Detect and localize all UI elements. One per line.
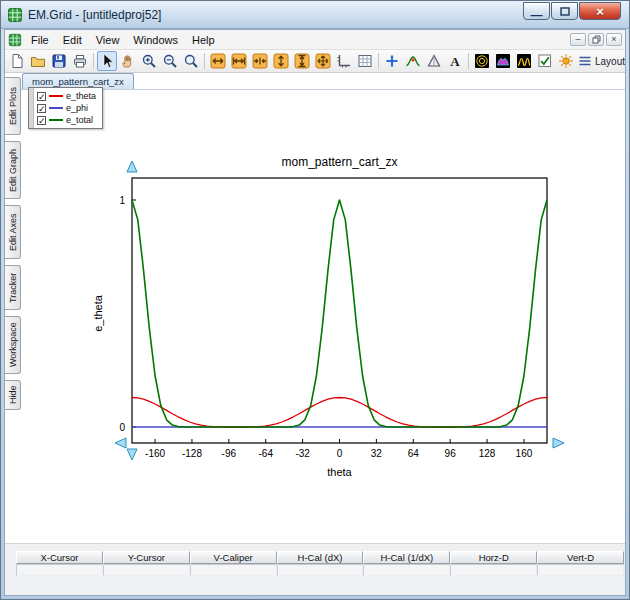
options-icon[interactable]: [556, 51, 576, 71]
sidebar-tab-edit-axes[interactable]: Edit Axes: [5, 205, 21, 259]
select-tool-icon[interactable]: [97, 51, 117, 71]
text-label-icon[interactable]: A: [445, 51, 465, 71]
pan-tool-icon[interactable]: [118, 51, 138, 71]
series-e_theta: [132, 398, 547, 428]
fit-width-icon[interactable]: [208, 51, 228, 71]
save-icon[interactable]: [49, 51, 69, 71]
y-tick-label: 0: [119, 422, 125, 433]
sidebar-tab-tracker[interactable]: Tracker: [5, 265, 21, 310]
grid-icon[interactable]: [355, 51, 375, 71]
menu-windows[interactable]: Windows: [126, 32, 185, 48]
tracker-icon[interactable]: [403, 51, 423, 71]
readout-value: [537, 564, 624, 576]
zoom-in-icon[interactable]: [139, 51, 159, 71]
maximize-icon: [560, 7, 570, 16]
axes-icon[interactable]: [334, 51, 354, 71]
mdi-close-button[interactable]: ×: [606, 33, 622, 46]
close-button[interactable]: ×: [579, 2, 621, 20]
legend-line-sample: [49, 107, 63, 109]
sidebar-tab-workspace[interactable]: Workspace: [5, 316, 21, 374]
readout-value: [103, 564, 190, 576]
shrink-x-icon[interactable]: [250, 51, 270, 71]
menu-file[interactable]: File: [24, 32, 56, 48]
radiation-cart-icon[interactable]: [514, 51, 534, 71]
legend-panel[interactable]: ✓ e_theta ✓ e_phi ✓ e_total: [28, 87, 103, 129]
maximize-button[interactable]: [551, 2, 578, 20]
series-e_total: [132, 200, 547, 427]
chart-canvas[interactable]: mom_pattern_cart_zxthetae_theta-160-128-…: [90, 150, 582, 488]
caliper-icon[interactable]: [424, 51, 444, 71]
toolbar-separator: [378, 53, 379, 69]
minimize-icon: —: [531, 12, 543, 18]
legend-checkbox[interactable]: ✓: [37, 116, 46, 125]
fit-all-icon[interactable]: [313, 51, 333, 71]
legend-checkbox[interactable]: ✓: [37, 104, 46, 113]
x-tick-label: -64: [258, 448, 273, 459]
open-folder-icon[interactable]: [28, 51, 48, 71]
radiation-3d-icon[interactable]: [493, 51, 513, 71]
menu-help[interactable]: Help: [185, 32, 222, 48]
radiation-polar-icon[interactable]: [472, 51, 492, 71]
axis-arrow-right-icon[interactable]: [553, 438, 564, 448]
y-axis-label: e_theta: [92, 294, 104, 332]
mdi-restore-icon: [592, 35, 601, 44]
mdi-restore-button[interactable]: [588, 33, 604, 46]
svg-text:A: A: [450, 54, 460, 69]
legend-checkbox[interactable]: ✓: [37, 92, 46, 101]
readout-value: [190, 564, 277, 576]
layout-button[interactable]: Layout: [577, 53, 625, 69]
sidebar-tab-hide[interactable]: Hide: [5, 380, 21, 410]
readout-header: H-Cal (dX): [277, 551, 364, 564]
zoom-window-icon[interactable]: [181, 51, 201, 71]
plot-frame: [132, 178, 547, 443]
document-icon[interactable]: [8, 33, 22, 47]
show-legend-icon[interactable]: [535, 51, 555, 71]
legend-row: ✓ e_total: [34, 114, 102, 126]
readout-value: [450, 564, 537, 576]
layout-label: Layout: [595, 56, 625, 67]
axis-arrow-down-icon[interactable]: [127, 449, 137, 460]
readout-table: X-Cursor Y-Cursor V-Caliper H-Cal (dX) H…: [16, 551, 624, 576]
menu-edit[interactable]: Edit: [56, 32, 89, 48]
zoom-out-icon[interactable]: [160, 51, 180, 71]
side-tabstrip: Edit Plots Edit Graph Edit Axes Tracker …: [5, 77, 21, 410]
toolbar-separator: [468, 53, 469, 69]
readout-value: [363, 564, 450, 576]
toolbar: A Layout: [5, 50, 625, 73]
toolbar-separator: [93, 53, 94, 69]
mdi-minimize-button[interactable]: –: [570, 33, 586, 46]
axis-arrow-up-icon[interactable]: [127, 161, 137, 172]
readout-header: Vert-D: [537, 551, 624, 564]
fit-height-icon[interactable]: [271, 51, 291, 71]
x-tick-label: 96: [445, 448, 457, 459]
titlebar[interactable]: EM.Grid - [untitledproj52] — ×: [1, 1, 629, 29]
readout-value: [16, 564, 103, 576]
chart-title: mom_pattern_cart_zx: [281, 155, 397, 169]
plot-workspace: mom_pattern_cart_zx Edit Plots Edit Grap…: [5, 73, 625, 595]
x-tick-label: 64: [408, 448, 420, 459]
minimize-button[interactable]: —: [523, 2, 550, 20]
x-tick-label: 160: [516, 448, 533, 459]
menu-view[interactable]: View: [89, 32, 127, 48]
legend-label: e_total: [66, 115, 93, 125]
window-title: EM.Grid - [untitledproj52]: [28, 8, 161, 22]
readout-value: [277, 564, 364, 576]
y-tick-label: 1: [119, 195, 125, 206]
legend-row: ✓ e_phi: [34, 102, 102, 114]
print-icon[interactable]: [70, 51, 90, 71]
readout-header: H-Cal (1/dX): [363, 551, 450, 564]
sidebar-tab-edit-plots[interactable]: Edit Plots: [5, 77, 21, 135]
tab-underline: [21, 89, 625, 90]
readout-header-row: X-Cursor Y-Cursor V-Caliper H-Cal (dX) H…: [16, 551, 624, 564]
new-file-icon[interactable]: [7, 51, 27, 71]
sidebar-tab-edit-graph[interactable]: Edit Graph: [5, 141, 21, 199]
x-tick-label: -96: [222, 448, 237, 459]
expand-y-icon[interactable]: [292, 51, 312, 71]
axis-arrow-left-icon[interactable]: [115, 438, 126, 448]
add-marker-icon[interactable]: [382, 51, 402, 71]
readout-panel: X-Cursor Y-Cursor V-Caliper H-Cal (dX) H…: [5, 543, 625, 595]
expand-x-icon[interactable]: [229, 51, 249, 71]
legend-label: e_theta: [66, 91, 96, 101]
app-icon: [7, 7, 23, 23]
menubar: File Edit View Windows Help – ×: [5, 30, 625, 50]
